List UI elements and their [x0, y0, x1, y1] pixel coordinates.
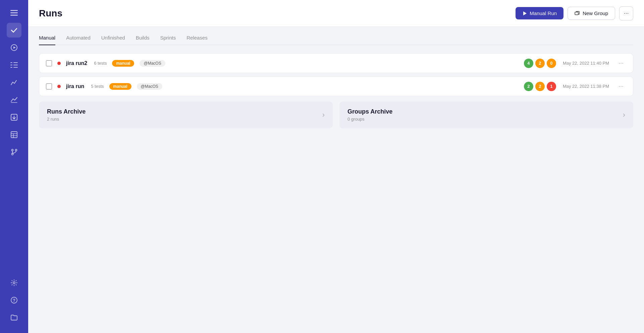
group-icon [575, 11, 580, 16]
main-content: Runs Manual Run New Group ··· [28, 0, 644, 333]
list-icon[interactable] [7, 58, 21, 72]
stat-red: 1 [547, 82, 556, 91]
svg-point-18 [12, 149, 13, 151]
svg-rect-6 [13, 62, 18, 63]
runs-list: jira run2 6 tests manual @MacOS 4 2 0 Ma… [39, 53, 633, 96]
tab-unfinished[interactable]: Unfinished [101, 35, 125, 45]
run-badge-env: @MacOS [137, 83, 162, 90]
tab-sprints[interactable]: Sprints [160, 35, 176, 45]
more-options-button[interactable]: ··· [619, 6, 633, 20]
stat-orange: 2 [535, 82, 545, 91]
analytics-icon[interactable] [7, 92, 21, 107]
tab-automated[interactable]: Automated [66, 35, 91, 45]
run-badge-manual: manual [109, 83, 131, 90]
archive-section: Runs Archive 2 runs › Groups Archive 0 g… [39, 102, 633, 128]
run-checkbox-1[interactable] [46, 83, 52, 89]
play-circle-icon[interactable] [7, 40, 21, 55]
table-row: jira run2 6 tests manual @MacOS 4 2 0 Ma… [39, 53, 633, 73]
chart-line-icon[interactable] [7, 75, 21, 90]
groups-archive-chevron: › [623, 111, 625, 119]
table-icon[interactable] [7, 127, 21, 142]
check-icon[interactable] [7, 23, 21, 38]
status-dot [57, 62, 61, 65]
svg-point-19 [12, 153, 13, 155]
stat-green: 4 [524, 59, 533, 68]
stat-green: 2 [524, 82, 533, 91]
stat-orange: 2 [535, 59, 545, 68]
play-icon [522, 11, 527, 16]
svg-point-22 [13, 282, 15, 284]
tab-manual[interactable]: Manual [39, 35, 55, 45]
svg-rect-1 [10, 12, 18, 13]
svg-rect-5 [10, 62, 12, 63]
new-group-button[interactable]: New Group [568, 7, 615, 20]
svg-marker-25 [523, 11, 527, 15]
svg-rect-26 [575, 12, 578, 15]
run-stats: 2 2 1 [524, 82, 556, 91]
status-dot [57, 85, 61, 88]
page-content: Manual Automated Unfinished Builds Sprin… [28, 27, 644, 333]
runs-archive-chevron: › [322, 111, 325, 119]
header-actions: Manual Run New Group ··· [516, 6, 633, 20]
manual-run-button[interactable]: Manual Run [516, 7, 564, 19]
help-icon[interactable]: ? [7, 293, 21, 308]
run-timestamp: May 22, 2022 11:40 PM [563, 61, 609, 66]
groups-archive-card[interactable]: Groups Archive 0 groups › [339, 102, 633, 128]
page-title: Runs [39, 8, 62, 19]
groups-archive-subtitle: 0 groups [347, 117, 392, 122]
run-tests-count: 5 tests [91, 84, 104, 89]
svg-rect-2 [10, 15, 18, 16]
runs-archive-title: Runs Archive [47, 108, 86, 115]
run-checkbox-0[interactable] [46, 60, 52, 66]
groups-archive-title: Groups Archive [347, 108, 392, 115]
svg-point-20 [15, 149, 17, 151]
runs-archive-card[interactable]: Runs Archive 2 runs › [39, 102, 333, 128]
svg-rect-0 [10, 10, 18, 11]
svg-rect-14 [11, 132, 17, 138]
runs-archive-subtitle: 2 runs [47, 117, 86, 122]
svg-rect-10 [13, 67, 18, 68]
run-timestamp: May 22, 2022 11:38 PM [563, 84, 609, 89]
sidebar-bottom: ? [7, 275, 21, 328]
run-stats: 4 2 0 [524, 59, 556, 68]
run-name: jira run2 [66, 60, 87, 66]
run-tests-count: 6 tests [94, 61, 107, 66]
svg-text:?: ? [13, 298, 15, 303]
run-badge-manual: manual [112, 60, 134, 67]
folder-icon[interactable] [7, 310, 21, 325]
run-more-button[interactable]: ··· [616, 58, 626, 68]
run-badge-env: @MacOS [140, 60, 165, 67]
svg-rect-7 [10, 65, 12, 65]
run-row-right: 4 2 0 May 22, 2022 11:40 PM ··· [524, 58, 626, 68]
sidebar: ? [0, 0, 28, 333]
run-more-button[interactable]: ··· [616, 81, 626, 91]
settings-icon[interactable] [7, 275, 21, 290]
svg-rect-9 [10, 67, 12, 68]
run-row-right: 2 2 1 May 22, 2022 11:38 PM ··· [524, 81, 626, 91]
git-icon[interactable] [7, 145, 21, 159]
svg-marker-4 [13, 47, 16, 49]
menu-icon[interactable] [7, 5, 21, 20]
table-row: jira run 5 tests manual @MacOS 2 2 1 May… [39, 76, 633, 96]
svg-rect-8 [13, 65, 18, 65]
import-icon[interactable] [7, 110, 21, 125]
tabs-bar: Manual Automated Unfinished Builds Sprin… [39, 35, 633, 45]
page-header: Runs Manual Run New Group ··· [28, 0, 644, 27]
tab-builds[interactable]: Builds [136, 35, 150, 45]
tab-releases[interactable]: Releases [186, 35, 208, 45]
stat-red: 0 [547, 59, 556, 68]
run-name: jira run [66, 83, 84, 89]
